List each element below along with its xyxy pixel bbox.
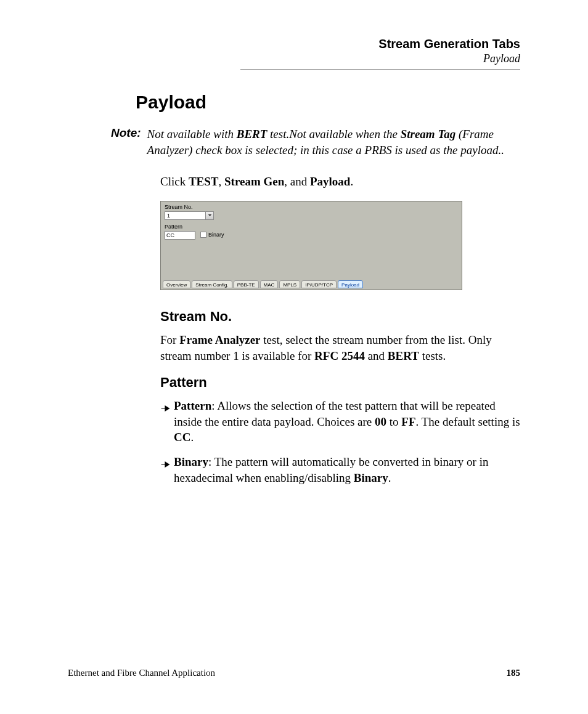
header-rule (240, 69, 520, 70)
chevron-down-icon (205, 212, 213, 219)
text: . (190, 431, 194, 444)
note-text: Not available with (147, 128, 237, 140)
tab-overview[interactable]: Overview (163, 280, 190, 288)
page-footer: Ethernet and Fibre Channel Application 1… (68, 668, 520, 678)
stream-no-dropdown[interactable]: 1 (165, 211, 214, 220)
text-bold: Frame Analyzer (179, 333, 260, 346)
text-bold: Binary (354, 471, 388, 484)
text: , (219, 175, 225, 188)
page-title: Payload (136, 92, 520, 113)
text: For (160, 333, 179, 346)
header-subtitle: Payload (240, 52, 520, 65)
text: : The pattern will automatically be conv… (174, 455, 488, 484)
binary-checkbox-label: Binary (208, 232, 224, 238)
arrow-bullet-icon (160, 400, 174, 416)
note-text: test.Not available when the (267, 128, 400, 140)
page-number: 185 (507, 668, 521, 678)
page-header: Stream Generation Tabs Payload (240, 37, 520, 65)
tab-mpls[interactable]: MPLS (279, 280, 300, 288)
text: , and (284, 175, 310, 188)
section1-text: For Frame Analyzer test, select the stre… (160, 332, 520, 363)
tab-strip: Overview Stream Config. PBB-TE MAC MPLS … (163, 280, 363, 288)
binary-checkbox[interactable]: Binary (200, 232, 224, 238)
checkbox-box (200, 232, 206, 238)
note-bold: BERT (237, 128, 267, 140)
arrow-bullet-icon (160, 456, 174, 473)
text: . (388, 471, 391, 484)
pattern-label: Pattern (165, 224, 182, 230)
tab-ip-udp-tcp[interactable]: IP/UDP/TCP (301, 280, 337, 288)
text-bold: Pattern (174, 399, 211, 412)
note-body: Not available with BERT test.Not availab… (147, 126, 520, 158)
text-bold: Binary (174, 455, 208, 468)
bullet-text: Pattern: Allows the selection of the tes… (174, 398, 520, 445)
tab-stream-config[interactable]: Stream Config. (192, 280, 232, 288)
tab-payload[interactable]: Payload (338, 280, 363, 288)
bullet-text: Binary: The pattern will automatically b… (174, 454, 520, 485)
stream-no-label: Stream No. (165, 204, 193, 210)
text: . (350, 175, 353, 188)
text-bold: FF (401, 415, 415, 428)
text-bold: Stream Gen (224, 175, 284, 188)
instruction-line: Click TEST, Stream Gen, and Payload. (160, 174, 520, 190)
note-block: Note: Not available with BERT test.Not a… (111, 126, 520, 158)
text-bold: BERT (388, 349, 419, 362)
pattern-input[interactable]: CC (165, 231, 195, 240)
app-screenshot: Stream No. 1 Pattern CC Binary Overview … (160, 201, 462, 290)
text: tests. (419, 349, 446, 362)
text: to (386, 415, 401, 428)
list-item: Pattern: Allows the selection of the tes… (160, 398, 520, 445)
section-heading-pattern: Pattern (160, 375, 520, 391)
note-label: Note: (111, 126, 141, 140)
text: Click (160, 175, 189, 188)
tab-mac[interactable]: MAC (260, 280, 279, 288)
footer-title: Ethernet and Fibre Channel Application (68, 668, 215, 678)
list-item: Binary: The pattern will automatically b… (160, 454, 520, 485)
note-bold: Stream Tag (401, 128, 456, 140)
section-heading-stream-no: Stream No. (160, 309, 520, 325)
text: . The default setting is (416, 415, 520, 428)
text-bold: 00 (375, 415, 386, 428)
tab-pbb-te[interactable]: PBB-TE (234, 280, 259, 288)
pattern-value: CC (166, 232, 174, 238)
header-title: Stream Generation Tabs (240, 37, 520, 51)
text-bold: TEST (189, 175, 219, 188)
text-bold: Payload (310, 175, 350, 188)
stream-no-value: 1 (167, 213, 170, 219)
bullet-list: Pattern: Allows the selection of the tes… (160, 398, 520, 485)
text-bold: CC (174, 431, 190, 444)
text-bold: RFC 2544 (314, 349, 365, 362)
text: and (365, 349, 388, 362)
